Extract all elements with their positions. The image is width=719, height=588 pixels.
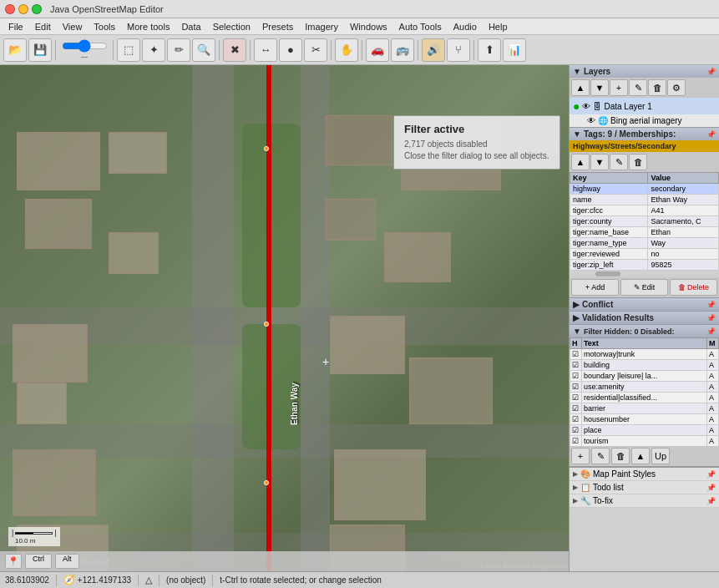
zoom-control[interactable]: —: [59, 39, 109, 60]
filter-row[interactable]: ☑buildingA: [570, 360, 719, 371]
open-button[interactable]: 📂: [3, 38, 27, 62]
filter-row[interactable]: ☑motorway|trunkA: [570, 349, 719, 360]
conflict-header[interactable]: ▶ Conflict 📌: [570, 298, 719, 311]
tags-scrollbar-thumb[interactable]: [595, 271, 620, 276]
tag-row[interactable]: tiger:reviewedno: [570, 249, 719, 260]
to-fix-item[interactable]: ▶ 🔧 To-fix 📌: [570, 494, 719, 508]
layer-item-data[interactable]: ● 👁 🗄 Data Layer 1: [570, 98, 719, 114]
filter-edit-button[interactable]: ✎: [591, 448, 610, 464]
edit-tag-button[interactable]: ✎ Edit: [620, 279, 668, 296]
filter-up-button[interactable]: ▲: [631, 448, 650, 464]
add-tag-button[interactable]: + Add: [571, 279, 619, 296]
layer-add-button[interactable]: +: [610, 79, 628, 96]
zoom-label: —: [81, 53, 88, 60]
draw-way-tool[interactable]: ✏: [167, 38, 190, 62]
validation-panel: ▶ Validation Results 📌: [570, 312, 719, 325]
split-tool[interactable]: ✂: [304, 38, 327, 62]
tags-scrollbar[interactable]: [570, 271, 719, 277]
tag-row[interactable]: nameEthan Way: [570, 195, 719, 205]
bus-tool[interactable]: 🚌: [391, 38, 414, 62]
filter-table-container[interactable]: H Text M ☑motorway|trunkA☑buildingA☑boun…: [570, 337, 719, 446]
filter-row[interactable]: ☑residential|classified...A: [570, 393, 719, 403]
todo-list-item[interactable]: ▶ 📋 Todo list 📌: [570, 481, 719, 494]
filter-row[interactable]: ☑housenumberA: [570, 414, 719, 425]
filter-row[interactable]: ☑placeA: [570, 425, 719, 436]
layer-merge-button[interactable]: ⚙: [667, 79, 686, 96]
road-label: Ethan Way: [290, 383, 299, 425]
tags-history-button[interactable]: 🗑: [629, 154, 647, 170]
fork-tool[interactable]: ⑂: [447, 38, 470, 62]
filter-row[interactable]: ☑barrierA: [570, 403, 719, 414]
save-button[interactable]: 💾: [28, 38, 52, 62]
draw-node-tool[interactable]: ✦: [142, 38, 165, 62]
layer-up-button[interactable]: ▲: [571, 79, 590, 96]
filter-add-button[interactable]: +: [571, 448, 590, 464]
tag-row[interactable]: tiger:countySacramento, C: [570, 216, 719, 227]
audio-tool[interactable]: 🔊: [422, 38, 445, 62]
filter-up2-button[interactable]: Up: [651, 448, 670, 464]
node-dot-3[interactable]: [264, 480, 269, 485]
delete-tag-button[interactable]: 🗑 Delete: [670, 279, 717, 296]
layers-header[interactable]: ▼ Layers 📌: [570, 65, 719, 78]
layer-down-button[interactable]: ▼: [590, 79, 609, 96]
tags-up-button[interactable]: ▲: [571, 154, 590, 170]
filter-row-text: barrier: [582, 403, 707, 414]
menu-presets[interactable]: Presets: [257, 21, 298, 33]
tags-edit-icon[interactable]: ✎: [610, 154, 628, 170]
alt-button[interactable]: Alt: [55, 554, 79, 569]
tags-header[interactable]: ▼ Tags: 9 / Memberships: 📌: [570, 128, 719, 140]
titlebar: Java OpenStreetMap Editor: [0, 0, 719, 18]
todo-label: Todo list: [593, 483, 624, 492]
delete-tool[interactable]: ✖: [223, 38, 246, 62]
tags-pin-icon: 📌: [706, 130, 716, 139]
car-tool[interactable]: 🚗: [366, 38, 389, 62]
node-dot-1[interactable]: [264, 322, 269, 327]
tag-row[interactable]: highwaysecondary: [570, 184, 719, 195]
filter-header[interactable]: ▼ Filter Hidden: 0 Disabled: 📌: [570, 325, 719, 337]
close-button[interactable]: [5, 4, 15, 14]
map-area[interactable]: Ethan Way + Filter active 2,717 objects …: [0, 65, 569, 571]
map-paint-styles-item[interactable]: ▶ 🎨 Map Paint Styles 📌: [570, 468, 719, 481]
menu-audio[interactable]: Audio: [448, 21, 482, 33]
node-dot-2[interactable]: [264, 146, 269, 151]
tags-down-button[interactable]: ▼: [590, 154, 609, 170]
layer-edit-button[interactable]: ✎: [629, 79, 647, 96]
validation-header[interactable]: ▶ Validation Results 📌: [570, 312, 719, 324]
hand-tool[interactable]: ✋: [335, 38, 358, 62]
menu-data[interactable]: Data: [176, 21, 205, 33]
menu-help[interactable]: Help: [484, 21, 513, 33]
menu-more-tools[interactable]: More tools: [122, 21, 175, 33]
map-pin-icon[interactable]: 📍: [5, 554, 22, 569]
menu-windows[interactable]: Windows: [345, 21, 392, 33]
menu-auto-tools[interactable]: Auto Tools: [394, 21, 447, 33]
ctrl-button[interactable]: Ctrl: [25, 554, 52, 569]
window-controls[interactable]: [5, 4, 42, 14]
menu-edit[interactable]: Edit: [30, 21, 56, 33]
way-tool[interactable]: ↔: [254, 38, 277, 62]
menu-file[interactable]: File: [3, 21, 28, 33]
tag-row[interactable]: tiger:name_baseEthan: [570, 227, 719, 238]
menu-imagery[interactable]: Imagery: [300, 21, 343, 33]
filter-row-text: housenumber: [582, 414, 707, 425]
filter-row[interactable]: ☑boundary |leisure| la...A: [570, 371, 719, 382]
layer-delete-button[interactable]: 🗑: [648, 79, 666, 96]
minimize-button[interactable]: [18, 4, 28, 14]
tag-row[interactable]: tiger:cfccA41: [570, 205, 719, 216]
menu-view[interactable]: View: [58, 21, 88, 33]
zoom-slider[interactable]: [62, 39, 108, 53]
upload-tool[interactable]: ⬆: [478, 38, 501, 62]
select-tool[interactable]: ⬚: [117, 38, 140, 62]
layer-item-bing[interactable]: 👁 🌐 Bing aerial imagery: [570, 114, 719, 127]
filter-row[interactable]: ☑use:amenityA: [570, 382, 719, 393]
menu-selection[interactable]: Selection: [208, 21, 256, 33]
zoom-in[interactable]: 🔍: [192, 38, 215, 62]
tag-row[interactable]: tiger:name_typeWay: [570, 238, 719, 249]
filter-row[interactable]: ☑tourismA: [570, 436, 719, 447]
tags-title: Tags: 9 / Memberships:: [584, 129, 676, 139]
tag-row[interactable]: tiger:zip_left95825: [570, 260, 719, 271]
chart-tool[interactable]: 📊: [503, 38, 526, 62]
menu-tools[interactable]: Tools: [89, 21, 120, 33]
maximize-button[interactable]: [32, 4, 42, 14]
node-tool[interactable]: ●: [279, 38, 302, 62]
filter-delete-button[interactable]: 🗑: [611, 448, 630, 464]
